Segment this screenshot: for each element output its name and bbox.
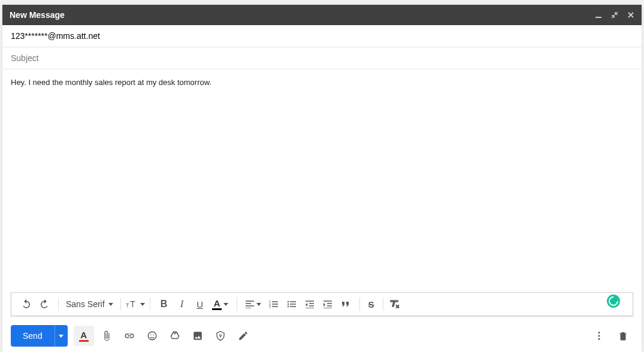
send-options-button[interactable] [55,325,68,347]
more-options-icon[interactable] [589,326,609,346]
minimize-icon[interactable] [595,11,602,19]
redo-icon[interactable] [35,295,53,313]
svg-point-11 [150,335,152,336]
svg-point-15 [598,335,600,337]
insert-signature-icon[interactable] [233,326,253,346]
chevron-down-icon [108,303,113,306]
indent-less-button[interactable] [301,295,319,313]
insert-drive-icon[interactable] [165,326,185,346]
svg-rect-0 [595,17,601,18]
insert-emoji-icon[interactable] [142,326,162,346]
svg-point-6 [287,301,288,302]
recipients-input[interactable] [11,31,633,41]
svg-point-14 [598,332,600,333]
insert-photo-icon[interactable] [188,326,208,346]
svg-point-12 [153,335,154,336]
svg-text:T: T [391,299,397,308]
send-button[interactable]: Send [11,325,55,347]
discard-draft-icon[interactable] [613,326,633,346]
remove-formatting-button[interactable]: T [386,295,404,313]
body-text: Hey. I need the monthly sales report at … [11,78,211,87]
chevron-down-icon [140,303,145,306]
font-family-select[interactable]: Sans Serif [61,299,118,309]
chevron-down-icon [256,303,261,306]
quote-button[interactable] [337,295,355,313]
svg-point-10 [148,332,156,340]
window-titlebar: New Message [2,5,642,25]
confidential-mode-icon[interactable] [210,326,231,346]
attach-file-icon[interactable] [96,326,117,346]
bulleted-list-button[interactable] [283,295,301,313]
svg-point-8 [287,306,288,307]
align-button[interactable] [242,295,265,313]
font-size-button[interactable]: TT [123,295,147,313]
svg-point-16 [598,338,600,340]
strikethrough-button[interactable]: S [362,295,380,313]
indent-more-button[interactable] [319,295,337,313]
subject-input[interactable] [11,53,633,63]
message-body[interactable]: Hey. I need the monthly sales report at … [2,69,642,292]
font-family-label: Sans Serif [66,299,105,309]
text-color-button[interactable]: A [209,295,232,313]
svg-point-7 [287,304,288,305]
undo-icon[interactable] [17,295,35,313]
fullscreen-exit-icon[interactable] [610,11,619,19]
svg-text:3: 3 [269,305,271,308]
compose-window: New Message Hey. I need the monthly sale… [2,5,642,352]
underline-button[interactable]: U [191,295,209,313]
svg-text:T: T [130,300,135,309]
chevron-down-icon [223,303,228,306]
formatting-options-button[interactable]: A [74,326,94,346]
insert-link-icon[interactable] [119,326,140,346]
window-title: New Message [10,10,595,20]
bottom-toolbar: Send A [2,320,642,352]
recipients-row[interactable] [2,25,642,47]
window-controls [595,11,634,19]
close-icon[interactable] [627,11,634,19]
bold-button[interactable]: B [155,295,173,313]
numbered-list-button[interactable]: 123 [265,295,283,313]
format-toolbar: Sans Serif TT B I U A 123 [11,292,633,316]
grammarly-icon[interactable] [607,295,620,308]
chevron-down-icon [59,335,64,338]
svg-point-13 [219,335,221,336]
svg-text:T: T [126,302,129,308]
send-button-group: Send [11,325,68,347]
subject-row[interactable] [2,47,642,69]
italic-button[interactable]: I [173,295,191,313]
